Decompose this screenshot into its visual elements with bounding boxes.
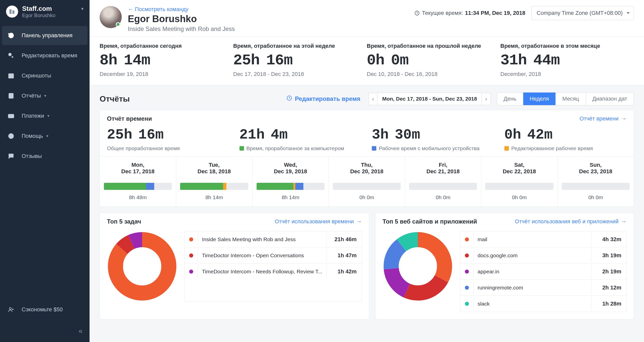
sidebar-item-card[interactable]: Платежи▼	[2, 106, 88, 125]
period-tab[interactable]: Диапазон дат	[586, 93, 634, 105]
row-color-cell	[185, 253, 198, 258]
stats-row: Время, отработанное сегодня 8h14m Decemb…	[90, 37, 644, 85]
card-icon	[8, 112, 15, 119]
day-date: Dec 21, 2018	[409, 168, 477, 175]
sidebar: Staff.com Egor Borushko ▾ Панель управле…	[0, 0, 90, 342]
feedback-icon	[8, 153, 15, 160]
top-sites-table: mail 4h 32m docs.google.com 3h 19m appea…	[460, 231, 627, 312]
row-name: TimeDoctor Intercom - Open Conversations	[198, 249, 327, 262]
table-row[interactable]: appear.in 2h 19m	[460, 264, 627, 280]
table-row[interactable]: slack 1h 28m	[460, 296, 627, 312]
stat-value: 25h16m	[233, 52, 357, 69]
time-value: 0h42m	[504, 127, 627, 143]
chevron-down-icon[interactable]: ▾	[81, 6, 84, 12]
row-name: Inside Sales Meeting with Rob and Jess	[198, 233, 327, 246]
profile-subtitle: Inside Sales Meeting with Rob and Jess	[128, 25, 235, 32]
current-time-label: Текущее время:	[422, 10, 463, 16]
top-tasks-link[interactable]: Отчёт использования времени →	[275, 218, 362, 225]
day-name: Mon,	[104, 162, 172, 168]
sidebar-item-feedback[interactable]: Отзывы	[2, 147, 88, 166]
day-name: Wed,	[257, 162, 325, 168]
time-summary-block: 0h42m Редактированное рабочее время	[504, 127, 627, 151]
table-row[interactable]: Inside Sales Meeting with Rob and Jess 2…	[185, 231, 362, 247]
day-name: Thu,	[333, 162, 401, 168]
sidebar-item-label: Помощь	[22, 133, 43, 139]
table-row[interactable]: TimeDoctor Intercom - Needs Followup, Re…	[185, 264, 362, 280]
time-label: Общее проработанное время	[107, 145, 229, 151]
period-tab[interactable]: Месяц	[556, 93, 586, 105]
day-bar	[562, 183, 630, 190]
day-bar-segment	[104, 183, 146, 190]
day-column: Wed, Dec 19, 2018 8h 14m	[253, 157, 329, 206]
time-summary-block: 3h30m Рабочее время с мобильного устройс…	[372, 127, 494, 151]
sidebar-item-label: Редактировать время	[22, 52, 77, 59]
stat-card: Время, отработанное на прошлой неделе 0h…	[367, 43, 500, 77]
top-tasks-donut	[107, 231, 177, 302]
timezone-value: Company Time Zone (GMT+08:00)	[537, 10, 623, 16]
row-name: docs.google.com	[473, 249, 591, 262]
color-dot-icon	[465, 270, 469, 274]
day-bar-segment	[146, 183, 154, 190]
color-dot-icon	[465, 302, 469, 306]
timezone-select[interactable]: Company Time Zone (GMT+08:00)	[531, 6, 634, 20]
color-dot-icon	[465, 286, 469, 290]
sidebar-item-help[interactable]: Помощь▼	[2, 126, 88, 146]
sidebar-collapse-button[interactable]: «	[0, 323, 90, 342]
period-tab[interactable]: Неделя	[523, 93, 556, 105]
table-row[interactable]: runningremote.com 2h 12m	[460, 280, 627, 296]
time-report-link[interactable]: Отчёт времени →	[580, 115, 627, 122]
top-sites-title: Топ 5 веб сайтов и приложений	[383, 218, 477, 225]
time-label: Редактированное рабочее время	[504, 145, 627, 151]
top-sites-link[interactable]: Отчёт использования веб и приложений →	[515, 218, 627, 225]
day-name: Tue,	[180, 162, 248, 168]
time-report-card: Отчёт времени Отчёт времени → 25h16m Общ…	[100, 110, 634, 207]
day-total: 8h 14m	[257, 194, 325, 200]
day-bar	[485, 183, 553, 190]
row-color-cell	[460, 237, 473, 241]
day-name: Sat,	[485, 162, 553, 168]
time-summary: 25h16m Общее проработанное время21h4m Вр…	[100, 125, 634, 156]
row-time: 3h 19m	[591, 249, 626, 262]
sidebar-item-edit-time[interactable]: Редактировать время	[2, 46, 88, 65]
day-bar	[333, 183, 401, 190]
stat-label: Время, отработанное в этом месяце	[500, 43, 624, 49]
top-tasks-card: Топ 5 задач Отчёт использования времени …	[100, 213, 369, 319]
day-total: 0h 0m	[333, 194, 401, 200]
row-name: TimeDoctor Intercom - Needs Followup, Re…	[198, 265, 327, 278]
edit-time-link[interactable]: Редактировать время	[286, 95, 360, 103]
sidebar-save-money[interactable]: Сэкономьте $50	[8, 302, 82, 317]
stat-date: December 19, 2018	[100, 71, 223, 77]
day-date: Dec 17, 2018	[104, 168, 172, 175]
period-tab[interactable]: День	[497, 93, 523, 105]
table-row[interactable]: mail 4h 32m	[460, 231, 627, 247]
sidebar-item-report[interactable]: Отчёты▼	[2, 86, 88, 105]
date-prev-button[interactable]: ‹	[369, 93, 378, 105]
back-to-team-link[interactable]: ← Посмотреть команду	[128, 6, 235, 13]
edit-time-label: Редактировать время	[295, 95, 360, 102]
time-report-title: Отчёт времени	[107, 115, 152, 122]
sidebar-header[interactable]: Staff.com Egor Borushko ▾	[0, 0, 90, 23]
table-row[interactable]: TimeDoctor Intercom - Open Conversations…	[185, 247, 362, 264]
globe-clock-icon	[286, 95, 292, 103]
row-color-cell	[460, 286, 473, 290]
date-range[interactable]: Mon, Dec 17, 2018 - Sun, Dec 23, 2018	[378, 93, 481, 105]
table-row[interactable]: docs.google.com 3h 19m	[460, 247, 627, 264]
day-total: 8h 48m	[104, 194, 172, 200]
top-sites-donut	[383, 231, 453, 302]
svg-point-7	[11, 137, 11, 137]
sidebar-item-screenshot[interactable]: Скриншоты	[2, 66, 88, 85]
stat-value: 0h0m	[367, 52, 490, 69]
day-column: Fri, Dec 21, 2018 0h 0m	[405, 157, 481, 206]
profile-name: Egor Borushko	[128, 14, 235, 24]
day-column: Thu, Dec 20, 2018 0h 0m	[329, 157, 405, 206]
day-total: 0h 0m	[562, 194, 630, 200]
current-time: Текущее время: 11:34 PM, Dec 19, 2018	[414, 10, 525, 16]
sidebar-item-label: Платежи	[22, 113, 44, 119]
sidebar-item-history[interactable]: Панель управления	[2, 26, 88, 45]
day-bar-segment	[293, 183, 295, 190]
color-dot-icon	[465, 253, 469, 258]
svg-rect-3	[9, 74, 14, 78]
stat-date: Dec 17, 2018 - Dec 23, 2018	[233, 71, 357, 77]
date-next-button[interactable]: ›	[481, 93, 491, 105]
stat-value: 8h14m	[100, 52, 223, 69]
